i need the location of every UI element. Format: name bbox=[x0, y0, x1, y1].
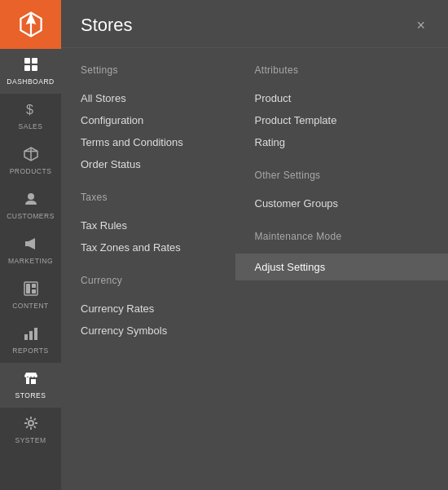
menu-item-currency-symbols[interactable]: Currency Symbols bbox=[81, 320, 255, 342]
svg-point-15 bbox=[29, 421, 33, 426]
menu-item-product-template[interactable]: Product Template bbox=[255, 109, 429, 131]
svg-rect-12 bbox=[34, 328, 37, 340]
menu-item-tax-zones-rates[interactable]: Tax Zones and Rates bbox=[81, 236, 255, 258]
svg-rect-14 bbox=[31, 379, 36, 384]
menu-item-terms-conditions[interactable]: Terms and Conditions bbox=[81, 131, 255, 153]
sidebar-item-content[interactable]: CONTENT bbox=[0, 273, 61, 318]
menu-item-adjust-settings[interactable]: Adjust Settings bbox=[235, 254, 449, 280]
system-icon bbox=[24, 416, 38, 433]
close-button[interactable]: × bbox=[413, 15, 428, 36]
currency-section-title: Currency bbox=[81, 275, 255, 286]
right-column: Attributes Product Product Template Rati… bbox=[255, 48, 429, 358]
attributes-section: Attributes Product Product Template Rati… bbox=[255, 64, 429, 153]
svg-point-5 bbox=[28, 193, 34, 200]
reports-icon bbox=[24, 326, 38, 343]
sidebar-item-stores[interactable]: STORES bbox=[0, 363, 61, 408]
stores-icon bbox=[24, 371, 38, 388]
currency-section: Currency Currency Rates Currency Symbols bbox=[81, 275, 255, 342]
menu-item-order-status[interactable]: Order Status bbox=[81, 153, 255, 175]
taxes-section: Taxes Tax Rules Tax Zones and Rates bbox=[81, 192, 255, 258]
menu-item-tax-rules[interactable]: Tax Rules bbox=[81, 214, 255, 236]
products-icon bbox=[24, 147, 38, 164]
sidebar-item-customers[interactable]: CUSTOMERS bbox=[0, 183, 61, 228]
dashboard-icon bbox=[24, 57, 38, 74]
sidebar-item-reports[interactable]: REPORTS bbox=[0, 318, 61, 363]
svg-rect-3 bbox=[32, 65, 37, 71]
menu-item-currency-rates[interactable]: Currency Rates bbox=[81, 298, 255, 320]
sidebar-item-dashboard[interactable]: DASHBOARD bbox=[0, 49, 61, 94]
svg-rect-8 bbox=[32, 284, 36, 288]
sidebar-item-products[interactable]: PRODUCTS bbox=[0, 139, 61, 183]
other-settings-section-title: Other Settings bbox=[255, 170, 429, 181]
svg-rect-1 bbox=[32, 58, 37, 64]
svg-rect-11 bbox=[29, 331, 33, 340]
svg-text:$: $ bbox=[26, 103, 33, 117]
maintenance-mode-section: Maintenance Mode Adjust Settings bbox=[255, 231, 429, 280]
main-header: Stores × bbox=[61, 0, 448, 48]
main-panel: Stores × Settings All Stores Configurati… bbox=[61, 0, 448, 490]
svg-rect-0 bbox=[24, 58, 30, 64]
sidebar-item-system[interactable]: SYSTEM bbox=[0, 408, 61, 452]
sidebar-item-label-sales: SALES bbox=[19, 122, 43, 130]
svg-rect-7 bbox=[26, 284, 30, 294]
sales-icon: $ bbox=[24, 102, 37, 119]
svg-rect-2 bbox=[24, 65, 30, 71]
left-column: Settings All Stores Configuration Terms … bbox=[81, 48, 255, 358]
menu-item-configuration[interactable]: Configuration bbox=[81, 109, 255, 131]
sidebar-item-label-stores: STORES bbox=[15, 391, 46, 400]
sidebar: DASHBOARD $ SALES PRODUCTS CUSTOMERS bbox=[0, 0, 61, 490]
sidebar-item-label-products: PRODUCTS bbox=[10, 167, 52, 175]
sidebar-item-label-reports: REPORTS bbox=[12, 347, 48, 355]
svg-rect-9 bbox=[32, 289, 36, 294]
sidebar-logo[interactable] bbox=[0, 0, 61, 49]
settings-section: Settings All Stores Configuration Terms … bbox=[81, 64, 255, 175]
sidebar-item-label-marketing: MARKETING bbox=[8, 257, 53, 265]
sidebar-item-label-customers: CUSTOMERS bbox=[7, 212, 55, 220]
svg-rect-10 bbox=[24, 334, 28, 340]
sidebar-item-label-content: CONTENT bbox=[12, 302, 49, 310]
menu-item-rating[interactable]: Rating bbox=[255, 131, 429, 153]
sidebar-item-label-dashboard: DASHBOARD bbox=[7, 77, 54, 86]
maintenance-mode-section-title: Maintenance Mode bbox=[255, 231, 429, 242]
content-grid: Settings All Stores Configuration Terms … bbox=[61, 48, 448, 377]
other-settings-section: Other Settings Customer Groups bbox=[255, 170, 429, 214]
settings-section-title: Settings bbox=[81, 64, 255, 76]
sidebar-item-sales[interactable]: $ SALES bbox=[0, 94, 61, 139]
content-icon bbox=[24, 281, 38, 298]
taxes-section-title: Taxes bbox=[81, 192, 255, 203]
attributes-section-title: Attributes bbox=[255, 64, 429, 76]
sidebar-item-marketing[interactable]: MARKETING bbox=[0, 228, 61, 273]
marketing-icon bbox=[24, 236, 38, 254]
page-title: Stores bbox=[81, 15, 133, 36]
sidebar-item-label-system: SYSTEM bbox=[15, 436, 46, 444]
menu-item-customer-groups[interactable]: Customer Groups bbox=[255, 192, 429, 214]
menu-item-all-stores[interactable]: All Stores bbox=[81, 87, 255, 109]
customers-icon bbox=[24, 192, 38, 209]
menu-item-product[interactable]: Product bbox=[255, 87, 429, 109]
svg-rect-13 bbox=[26, 377, 29, 384]
